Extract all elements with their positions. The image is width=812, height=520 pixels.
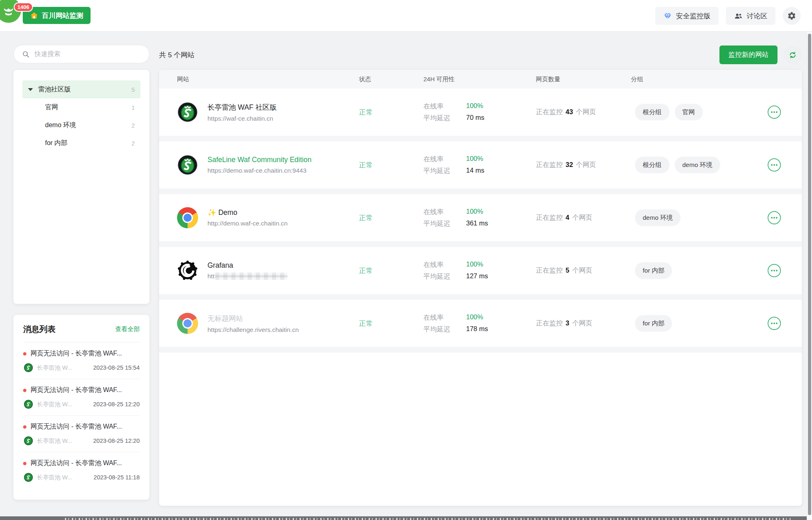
message-item[interactable]: 网页无法访问 - 长亭雷池 WAF... 长亭雷池 W... 2023-08-2… <box>23 416 140 452</box>
alert-dot-icon <box>23 389 26 392</box>
latency-value: 361 ms <box>466 219 488 228</box>
table-header: 网站 状态 24H 可用性 网页数量 分组 <box>159 70 802 89</box>
sidebar-item-leichi-community[interactable]: 雷池社区版 5 <box>22 80 140 98</box>
monitor-new-site-button[interactable]: 监控新的网站 <box>719 46 777 64</box>
tree-label: 官网 <box>45 103 132 112</box>
site-url: https://demo.waf-ce.chaitin.cn:9443 <box>207 167 311 174</box>
tree-count: 2 <box>132 122 135 129</box>
settings-button[interactable] <box>783 7 801 25</box>
status-text: 正常 <box>359 213 373 223</box>
forum-button[interactable]: 讨论区 <box>726 7 775 25</box>
message-source: 长亭雷池 W... <box>37 364 85 372</box>
row-menu-button[interactable] <box>767 211 781 225</box>
table-row[interactable]: ✨ Demo http://demo.waf-ce.chaitin.cn 正常 … <box>159 194 802 241</box>
chrome-icon <box>177 207 198 228</box>
ellipsis-icon <box>767 264 781 277</box>
uptime-value: 100% <box>466 208 483 217</box>
page-scrollbar[interactable] <box>807 32 812 520</box>
col-status: 状态 <box>359 76 371 83</box>
group-tag[interactable]: for 内部 <box>635 315 672 332</box>
caret-down-icon[interactable] <box>28 88 33 91</box>
row-divider <box>159 294 802 300</box>
status-text: 正常 <box>359 108 373 117</box>
uptime-label: 在线率 <box>423 313 466 322</box>
search-input[interactable] <box>35 50 136 58</box>
alert-dot-icon <box>23 352 26 355</box>
message-item[interactable]: 网页无法访问 - 长亭雷池 WAF... 长亭雷池 W... 2023-08-2… <box>23 452 140 488</box>
table-row[interactable]: 无标题网站 https://challenge.rivers.chaitin.c… <box>159 300 802 347</box>
latency-value: 178 ms <box>466 325 488 334</box>
site-name[interactable]: 无标题网站 <box>207 314 299 323</box>
latency-label: 平均延迟 <box>423 219 466 228</box>
sites-table: 网站 状态 24H 可用性 网页数量 分组 长亭雷池 WAF 社区版 https… <box>159 70 802 506</box>
sidebar-item-demo-env[interactable]: demo 环境 2 <box>22 116 140 134</box>
alert-dot-icon <box>23 425 26 429</box>
message-source: 长亭雷池 W... <box>37 437 85 445</box>
alert-dot-icon <box>23 462 26 465</box>
status-text: 正常 <box>359 160 373 170</box>
site-name[interactable]: 长亭雷池 WAF 社区版 <box>207 102 276 112</box>
row-menu-button[interactable] <box>767 316 781 330</box>
scrollbar-thumb[interactable] <box>808 34 811 515</box>
latency-value: 14 ms <box>466 167 484 176</box>
safeline-mini-icon <box>24 473 33 482</box>
site-name[interactable]: ✨ Demo <box>207 208 287 217</box>
footer-bar <box>0 516 807 520</box>
message-time: 2023-08-25 15:54 <box>93 364 140 371</box>
status-text: 正常 <box>359 319 373 328</box>
refresh-icon <box>788 51 797 59</box>
latency-value: 127 ms <box>466 272 488 281</box>
safeline-icon <box>177 154 198 176</box>
safeline-mini-icon <box>24 400 33 409</box>
uptime-label: 在线率 <box>423 155 466 164</box>
uptime-label: 在线率 <box>423 208 466 217</box>
table-row[interactable]: Grafana htt 正常 在线率100% 平均延迟127 ms 正在监控5个… <box>159 247 802 294</box>
chrome-icon <box>177 313 198 334</box>
security-edition-label: 安全监控版 <box>676 11 710 21</box>
app-home-button[interactable]: 百川网站监测 <box>23 7 91 24</box>
pages-monitored: 正在监控43个网页 <box>536 108 596 117</box>
site-name[interactable]: SafeLine Waf Community Edition <box>207 156 311 164</box>
table-row[interactable]: SafeLine Waf Community Edition https://d… <box>159 141 802 188</box>
group-tag[interactable]: for 内部 <box>635 262 672 279</box>
gear-icon <box>787 11 796 20</box>
security-edition-button[interactable]: 安全监控版 <box>655 7 719 25</box>
app-title: 百川网站监测 <box>42 11 83 20</box>
view-all-link[interactable]: 查看全部 <box>115 325 140 333</box>
message-source: 长亭雷池 W... <box>37 401 85 408</box>
row-divider <box>159 347 802 353</box>
site-name[interactable]: Grafana <box>207 261 287 270</box>
row-divider <box>159 136 802 141</box>
refresh-button[interactable] <box>784 46 802 64</box>
notification-badge[interactable]: 1406 <box>14 2 33 12</box>
quick-search[interactable] <box>13 45 149 63</box>
tree-count: 2 <box>132 140 135 147</box>
group-tag[interactable]: 官网 <box>675 104 703 121</box>
grafana-icon <box>177 260 198 281</box>
latency-value: 70 ms <box>466 114 484 123</box>
sidebar-item-for-internal[interactable]: for 内部 2 <box>22 134 140 152</box>
tree-label: 雷池社区版 <box>38 85 132 94</box>
message-source: 长亭雷池 W... <box>37 474 85 481</box>
group-tag[interactable]: demo 环境 <box>675 157 720 173</box>
group-tag[interactable]: 根分组 <box>635 157 669 173</box>
ellipsis-icon <box>767 105 781 119</box>
app-screen: 1406 百川网站监测 安全监控版 <box>0 0 812 520</box>
ellipsis-icon <box>767 316 781 330</box>
group-tag[interactable]: demo 环境 <box>635 210 680 226</box>
diamond-icon <box>663 12 672 20</box>
site-url: http://demo.waf-ce.chaitin.cn <box>207 220 287 227</box>
group-tag[interactable]: 根分组 <box>635 104 669 121</box>
sidebar-item-official-site[interactable]: 官网 1 <box>22 98 140 116</box>
row-menu-button[interactable] <box>767 158 781 172</box>
col-site: 网站 <box>177 76 189 83</box>
row-menu-button[interactable] <box>767 105 781 119</box>
pages-monitored: 正在监控3个网页 <box>536 319 592 328</box>
pages-monitored: 正在监控5个网页 <box>536 266 592 275</box>
message-item[interactable]: 网页无法访问 - 长亭雷池 WAF... 长亭雷池 W... 2023-08-2… <box>23 379 140 416</box>
row-menu-button[interactable] <box>767 264 781 277</box>
site-url: htt <box>207 273 287 280</box>
latency-label: 平均延迟 <box>423 325 466 334</box>
table-row[interactable]: 长亭雷池 WAF 社区版 https://waf-ce.chaitin.cn 正… <box>159 89 802 136</box>
message-item[interactable]: 网页无法访问 - 长亭雷池 WAF... 长亭雷池 W... 2023-08-2… <box>23 342 140 379</box>
